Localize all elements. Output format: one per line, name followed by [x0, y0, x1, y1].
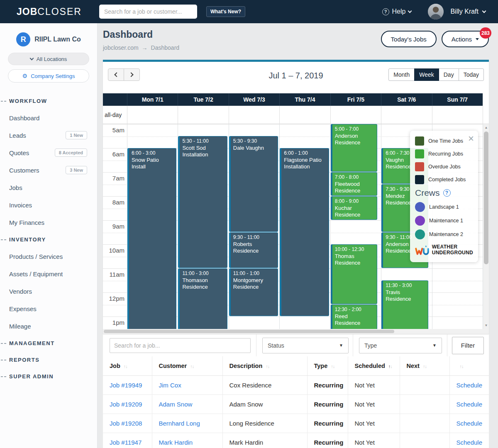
- calendar-event[interactable]: 8:00 - 9:00Kuchar Residence: [331, 196, 377, 220]
- calendar-event[interactable]: 5:00 - 7:00Anderson Residence: [331, 124, 377, 172]
- customer-link[interactable]: Jim Cox: [159, 382, 181, 389]
- table-cell: Schedule: [449, 433, 489, 448]
- scrollbar-thumb[interactable]: [484, 131, 488, 264]
- calendar-event[interactable]: 5:30 - 11:00Scott Sod Installation: [178, 136, 227, 268]
- calendar-event[interactable]: 5:30 - 9:30Dale Vaughn: [229, 136, 278, 232]
- sidebar-item-quotes[interactable]: Quotes8 Accepted: [0, 144, 97, 161]
- whats-new-button[interactable]: What's New?: [206, 6, 245, 17]
- view-button-week[interactable]: Week: [414, 68, 439, 81]
- all-day-cell[interactable]: [229, 106, 279, 124]
- vertical-scrollbar[interactable]: ▲ ▼: [483, 124, 489, 329]
- sidebar-item-invoices[interactable]: Invoices: [0, 196, 97, 214]
- job-link[interactable]: Job #19949: [110, 382, 142, 389]
- schedule-link[interactable]: Schedule: [456, 382, 483, 389]
- view-button-today[interactable]: Today: [459, 68, 484, 81]
- all-day-cell[interactable]: [279, 106, 330, 124]
- view-button-day[interactable]: Day: [439, 68, 459, 81]
- schedule-link[interactable]: Schedule: [456, 439, 483, 446]
- calendar-event[interactable]: 6:00 - 1:00Flagstone Patio Installation: [280, 148, 329, 316]
- locations-dropdown[interactable]: All Locations: [8, 53, 89, 65]
- calendar-event[interactable]: 11:00 - 3:00Thomason Residence: [178, 268, 227, 329]
- sort-icon[interactable]: ↑↓: [124, 364, 127, 369]
- legend-row: One Time Jobs: [415, 136, 473, 146]
- customer-link[interactable]: Mark Hardin: [159, 439, 193, 446]
- column-header[interactable]: Next↑↓: [400, 356, 449, 375]
- next-week-button[interactable]: [124, 68, 140, 81]
- column-header-label: Type: [314, 363, 328, 369]
- sidebar-item-vendors[interactable]: Vendors: [0, 282, 97, 300]
- scroll-down-icon[interactable]: ▼: [483, 322, 489, 329]
- prev-week-button[interactable]: [108, 68, 124, 81]
- status-select[interactable]: Status ▼: [262, 338, 349, 353]
- sidebar-item-leads[interactable]: Leads1 New: [0, 127, 97, 144]
- filter-button[interactable]: Filter: [452, 337, 484, 354]
- user-menu[interactable]: Billy Kraft: [450, 8, 486, 15]
- help-circle-icon[interactable]: ?: [443, 189, 451, 197]
- sidebar-item-dashboard[interactable]: Dashboard: [0, 109, 97, 127]
- job-link[interactable]: Job #19209: [110, 401, 142, 408]
- sort-icon[interactable]: ↑↓: [190, 364, 194, 369]
- sort-icon[interactable]: ↑↓: [423, 364, 427, 369]
- todays-jobs-button[interactable]: Today's Jobs: [381, 31, 437, 47]
- sidebar-item-expenses[interactable]: Expenses: [0, 300, 97, 317]
- company-settings-button[interactable]: ⚙ Company Settings: [8, 69, 89, 83]
- avatar[interactable]: [428, 4, 444, 19]
- sidebar-item-jobs[interactable]: Jobs: [0, 179, 97, 196]
- job-link[interactable]: Job #19208: [110, 420, 142, 427]
- calendar-event[interactable]: 10:00 - 12:30Thomas Residence: [331, 244, 377, 304]
- sidebar-item-products-services[interactable]: Products / Services: [0, 248, 97, 265]
- event-title: Anderson Residence: [335, 133, 374, 147]
- all-day-cell[interactable]: [381, 106, 432, 124]
- all-day-cell[interactable]: [178, 106, 228, 124]
- sort-icon[interactable]: ↑↓: [460, 364, 464, 369]
- view-button-month[interactable]: Month: [388, 68, 415, 81]
- schedule-link[interactable]: Schedule: [456, 420, 483, 427]
- sidebar-item-label: Jobs: [9, 184, 22, 191]
- calendar-event[interactable]: 11:00 - 1:00Montgomery Residence: [229, 268, 278, 316]
- column-header[interactable]: Customer↑↓: [152, 356, 222, 375]
- app-logo[interactable]: JOBCLOSER: [17, 6, 82, 17]
- breadcrumb-site[interactable]: jobcloser.com: [103, 44, 139, 51]
- crew-color-icon: [415, 216, 425, 226]
- calendar-event[interactable]: 12:30 - 2:00Reed Residence: [331, 304, 377, 329]
- sort-icon[interactable]: ↑↓: [331, 364, 334, 369]
- sidebar-item-assets-equipment[interactable]: Assets / Equipment: [0, 265, 97, 282]
- column-header[interactable]: Job↑↓: [103, 356, 152, 375]
- column-header[interactable]: Scheduled↑↓: [348, 356, 400, 375]
- job-search-input[interactable]: [110, 338, 251, 353]
- calendar-event[interactable]: 11:30 - 3:00Travis Residence: [381, 280, 428, 329]
- all-day-cell[interactable]: [330, 106, 381, 124]
- global-search-input[interactable]: [99, 5, 197, 19]
- sort-icon[interactable]: ↑↓: [388, 364, 392, 369]
- calendar-event[interactable]: 7:00 - 8:00Fleetwood Residence: [331, 172, 377, 196]
- customer-link[interactable]: Bernhard Long: [159, 420, 200, 427]
- scheduled-text: Not Yet: [355, 401, 375, 408]
- column-header[interactable]: Type↑↓: [307, 356, 348, 375]
- actions-button[interactable]: Actions 283: [442, 31, 489, 47]
- column-header[interactable]: Description↑↓: [222, 356, 307, 375]
- scrollbar-thumb[interactable]: [104, 330, 394, 333]
- close-icon[interactable]: ×: [468, 135, 474, 142]
- sidebar-item-my-finances[interactable]: My Finances: [0, 214, 97, 231]
- sidebar-item-label: Assets / Equipment: [9, 270, 63, 278]
- all-day-cell[interactable]: [127, 106, 178, 124]
- job-link[interactable]: Job #11947: [110, 439, 142, 446]
- caret-down-icon: ▼: [432, 343, 437, 348]
- customer-link[interactable]: Adam Snow: [159, 401, 193, 408]
- calendar-event[interactable]: 6:00 - 3:00Snow Patio Install: [127, 148, 176, 329]
- calendar-event[interactable]: 9:30 - 11:00Roberts Residence: [229, 232, 278, 268]
- event-time: 11:30 - 3:00: [386, 282, 425, 289]
- sidebar-item-customers[interactable]: Customers3 New: [0, 161, 97, 179]
- type-select[interactable]: Type ▼: [359, 338, 442, 353]
- schedule-link[interactable]: Schedule: [456, 401, 483, 408]
- sidebar-item-mileage[interactable]: Mileage: [0, 317, 97, 335]
- company-header: R RIIPL Lawn Co: [0, 32, 97, 46]
- description-text: Mark Hardin: [229, 439, 264, 446]
- column-header[interactable]: ↑↓: [449, 356, 489, 375]
- day-header-spacer: [483, 93, 489, 106]
- sort-icon[interactable]: ↑↓: [266, 364, 269, 369]
- horizontal-scrollbar[interactable]: [103, 329, 489, 334]
- scroll-up-icon[interactable]: ▲: [483, 124, 489, 131]
- all-day-cell[interactable]: [432, 106, 483, 124]
- help-menu[interactable]: ? Help: [382, 8, 412, 15]
